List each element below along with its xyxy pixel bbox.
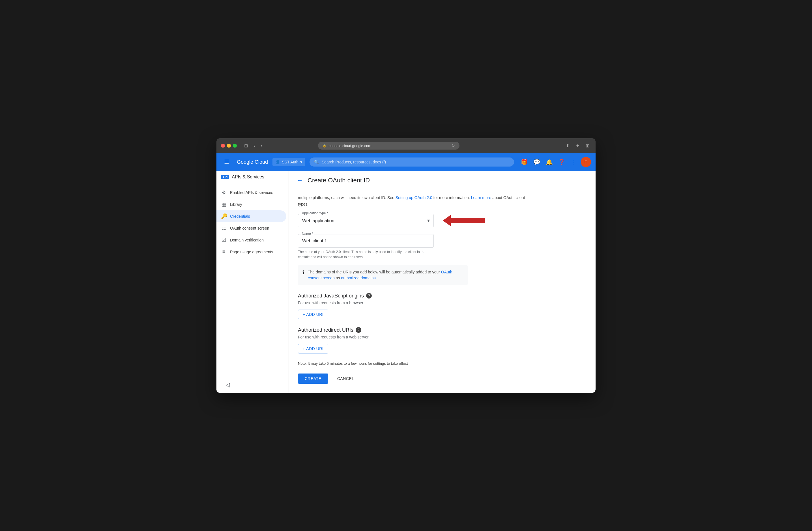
page-title: Create OAuth client ID xyxy=(307,177,370,184)
cancel-button[interactable]: CANCEL xyxy=(333,373,359,384)
api-badge: API xyxy=(221,175,229,179)
dropdown-arrow-annotation xyxy=(443,215,485,226)
js-origins-title-text: Authorized JavaScript origins xyxy=(298,293,364,299)
info-box-text: The domains of the URIs you add below wi… xyxy=(308,269,463,281)
js-origins-title-row: Authorized JavaScript origins ? xyxy=(298,293,534,299)
redirect-uris-title-text: Authorized redirect URIs xyxy=(298,327,353,333)
back-button[interactable]: ← xyxy=(296,176,304,185)
search-bar[interactable]: 🔍 Search Products, resources, docs (/) xyxy=(309,158,514,166)
sidebar-nav: ⚙ Enabled APIs & services ▦ Library 🔑 Cr… xyxy=(216,187,289,377)
sidebar-collapse-button[interactable]: ◁ xyxy=(221,379,234,390)
sidebar-item-library[interactable]: ▦ Library xyxy=(216,198,286,210)
create-button[interactable]: CREATE xyxy=(298,373,328,384)
intro-text: multiple platforms, each will need its o… xyxy=(298,194,534,207)
extensions-button[interactable]: ⊞ xyxy=(584,143,591,149)
back-icon: ← xyxy=(297,177,303,184)
sidebar-label-page-usage: Page usage agreements xyxy=(230,250,273,254)
name-field-wrapper: Name * xyxy=(298,234,434,248)
application-type-select-wrapper: Web application Android iOS Desktop app … xyxy=(298,214,434,227)
cloud-shell-button[interactable]: 💬 xyxy=(531,156,542,168)
share-button[interactable]: ⬆ xyxy=(564,143,571,149)
browser-actions: ⬆ + ⊞ xyxy=(564,143,591,149)
add-uri-2-button[interactable]: + ADD URI xyxy=(298,344,328,353)
gcloud-header: ☰ Google Cloud 👤 SST Auth ▾ 🔍 Search Pro… xyxy=(216,153,596,171)
hamburger-icon: ☰ xyxy=(224,159,229,165)
note-text: Note: It may take 5 minutes to a few hou… xyxy=(298,362,534,366)
sidebar-label-credentials: Credentials xyxy=(230,214,250,219)
application-type-section: Application type * Web application Andro… xyxy=(298,214,534,227)
name-label: Name * xyxy=(301,232,314,236)
action-buttons: CREATE CANCEL xyxy=(298,373,359,384)
browser-titlebar: ⊞ ‹ › 🔒 console.cloud.google.com ↻ ⬆ + ⊞ xyxy=(216,138,596,153)
js-origins-subtitle: For use with requests from a browser xyxy=(298,300,534,305)
traffic-light-green[interactable] xyxy=(233,144,237,148)
browser-controls: ⊞ ‹ › xyxy=(243,143,264,149)
sidebar-item-credentials[interactable]: 🔑 Credentials xyxy=(216,210,286,222)
info-box: ℹ The domains of the URIs you add below … xyxy=(298,265,468,285)
js-origins-help-icon[interactable]: ? xyxy=(366,293,372,299)
sidebar-header: API APIs & Services xyxy=(216,171,289,185)
name-section: Name * The name of your OAuth 2.0 client… xyxy=(298,234,534,260)
content-area: ← Create OAuth client ID multiple platfo… xyxy=(289,171,596,393)
user-avatar[interactable]: F xyxy=(581,157,591,167)
address-bar[interactable]: 🔒 console.cloud.google.com ↻ xyxy=(318,142,460,150)
collapse-icon: ◁ xyxy=(226,382,230,388)
lock-icon: 🔒 xyxy=(322,144,327,148)
redirect-uris-title-row: Authorized redirect URIs ? xyxy=(298,327,534,333)
google-cloud-logo: Google Cloud xyxy=(237,159,268,165)
oauth-consent-icon: ⚏ xyxy=(221,225,227,231)
domain-verification-icon: ☑ xyxy=(221,237,227,243)
name-input[interactable] xyxy=(298,234,434,248)
sidebar-item-domain-verification[interactable]: ☑ Domain verification xyxy=(216,234,286,246)
add-uri-1-button[interactable]: + ADD URI xyxy=(298,310,328,319)
project-name: SST Auth xyxy=(282,160,299,164)
form-content: multiple platforms, each will need its o… xyxy=(289,190,543,393)
sidebar-label-oauth: OAuth consent screen xyxy=(230,226,269,231)
add-uri-2-label: + ADD URI xyxy=(303,346,323,351)
enabled-apis-icon: ⚙ xyxy=(221,189,227,196)
application-type-select[interactable]: Web application Android iOS Desktop app xyxy=(298,214,434,227)
page-usage-icon: ≡ xyxy=(221,249,227,255)
help-button[interactable]: ❓ xyxy=(556,156,567,168)
arrow-head-left xyxy=(443,215,451,226)
project-dropdown-icon: ▾ xyxy=(300,160,302,164)
traffic-light-yellow[interactable] xyxy=(227,144,231,148)
browser-window: ⊞ ‹ › 🔒 console.cloud.google.com ↻ ⬆ + ⊞… xyxy=(216,138,596,393)
forward-browser-button[interactable]: › xyxy=(259,143,264,149)
search-icon: 🔍 xyxy=(314,160,319,164)
application-type-label: Application type * xyxy=(301,211,329,215)
reload-icon[interactable]: ↻ xyxy=(452,143,455,148)
hamburger-menu[interactable]: ☰ xyxy=(221,156,232,168)
project-icon: 👤 xyxy=(275,160,280,164)
redirect-uris-subtitle: For use with requests from a web server xyxy=(298,335,534,339)
sidebar-item-oauth-consent[interactable]: ⚏ OAuth consent screen xyxy=(216,222,286,234)
sidebar: API APIs & Services ⚙ Enabled APIs & ser… xyxy=(216,171,289,393)
back-browser-button[interactable]: ‹ xyxy=(252,143,257,149)
page-header: ← Create OAuth client ID xyxy=(289,171,596,190)
authorized-domains-link[interactable]: authorized domains xyxy=(341,276,376,280)
notifications-button[interactable]: 🔔 xyxy=(543,156,555,168)
action-buttons-wrapper: CREATE CANCEL xyxy=(298,371,359,384)
sidebar-item-enabled-apis[interactable]: ⚙ Enabled APIs & services xyxy=(216,187,286,198)
sidebar-label-domain: Domain verification xyxy=(230,238,264,242)
sidebar-label-library: Library xyxy=(230,202,242,207)
info-circle-icon: ℹ xyxy=(302,269,304,276)
learn-more-link[interactable]: Learn more xyxy=(471,195,491,200)
search-placeholder-text: Search Products, resources, docs (/) xyxy=(322,160,386,164)
more-options-button[interactable]: ⋮ xyxy=(568,156,580,168)
sidebar-item-page-usage[interactable]: ≡ Page usage agreements xyxy=(216,246,286,257)
redirect-uris-section: Authorized redirect URIs ? For use with … xyxy=(298,327,534,353)
project-selector[interactable]: 👤 SST Auth ▾ xyxy=(273,158,305,166)
name-hint: The name of your OAuth 2.0 client. This … xyxy=(298,249,434,260)
new-tab-button[interactable]: + xyxy=(575,143,581,149)
sidebar-title: APIs & Services xyxy=(232,175,264,179)
cancel-button-label: CANCEL xyxy=(337,376,354,381)
sidebar-label-enabled-apis: Enabled APIs & services xyxy=(230,190,273,195)
marketplace-button[interactable]: 🎁 xyxy=(519,156,530,168)
setting-up-oauth-link[interactable]: Setting up OAuth 2.0 xyxy=(395,195,432,200)
traffic-light-red[interactable] xyxy=(221,144,225,148)
url-text: console.cloud.google.com xyxy=(329,144,371,148)
add-uri-1-label: + ADD URI xyxy=(303,312,323,317)
window-tile-button[interactable]: ⊞ xyxy=(243,143,249,149)
redirect-uris-help-icon[interactable]: ? xyxy=(356,327,361,333)
